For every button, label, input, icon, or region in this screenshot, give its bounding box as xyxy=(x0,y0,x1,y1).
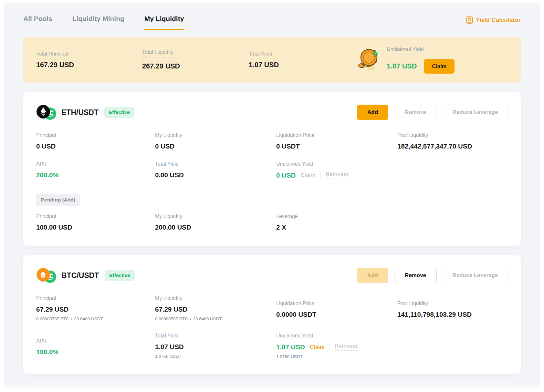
pool-card-btc-usdt: ฿ BTC/USDT Effective Add Remove Reduce L… xyxy=(23,255,521,374)
reinvest-link[interactable]: Reinvest xyxy=(335,343,358,351)
stat-liquidation-price: Liquidation Price 0 USDT xyxy=(276,132,397,150)
yield-calculator-link[interactable]: Yield Calculator xyxy=(466,16,521,24)
pool-card-eth-usdt: ETH/USDT Effective Add Remove Reduce Lev… xyxy=(23,92,521,246)
total-principal-value: 167.29 USD xyxy=(36,61,142,69)
pair-name: BTC/USDT xyxy=(61,271,99,280)
link-divider xyxy=(330,344,330,350)
claim-button[interactable]: Claim xyxy=(424,59,455,74)
remove-button[interactable]: Remove xyxy=(394,268,437,283)
stat-principal: Principal 0 USD xyxy=(36,132,155,150)
stat-my-liquidity: My Liquidity 67.29 USD 0.00080707 BTC + … xyxy=(155,295,276,321)
my-liquidity-breakdown: 0.00080707 BTC + 33.6480 USDT xyxy=(155,316,276,321)
stat-principal: Principal 67.29 USD 0.00080707 BTC + 33.… xyxy=(36,295,155,321)
pending-add-badge: Pending (Add) xyxy=(36,194,80,206)
stat-my-liquidity: My Liquidity 0 USD xyxy=(155,132,276,150)
unclaimed-amount: 1.07 USD xyxy=(276,343,305,351)
pending-my-liquidity: My Liquidity 200.00 USD xyxy=(155,213,276,231)
yield-calculator-label: Yield Calculator xyxy=(476,16,521,24)
principal-breakdown: 0.00080707 BTC + 33.6480 USDT xyxy=(36,316,155,321)
calculator-icon xyxy=(466,16,473,24)
unclaimed-yield-value: 1.07 USD xyxy=(387,62,417,70)
summary-total-liquidity: Total Liquidity 267.29 USD xyxy=(142,49,249,70)
total-yield-usdt: 1.0750 USDT xyxy=(155,354,276,359)
eth-coin-icon xyxy=(36,105,50,119)
summary-unclaimed-yield: Unclaimed Yield 1.07 USD Claim xyxy=(357,46,508,74)
link-divider xyxy=(320,172,321,179)
add-button[interactable]: Add xyxy=(357,105,388,120)
stat-unclaimed-yield: Unclaimed Yield 1.07 USD Claim Reinvest … xyxy=(276,333,397,359)
total-yield-label: Total Yield xyxy=(249,51,357,57)
pool-tabs: All Pools Liquidity Mining My Liquidity … xyxy=(23,3,521,30)
unclaimed-yield-label[interactable]: Unclaimed Yield xyxy=(387,46,424,55)
stat-apr: APR 200.0% xyxy=(36,161,155,179)
tab-liquidity-mining[interactable]: Liquidity Mining xyxy=(72,15,124,30)
summary-total-principal: Total Principal 167.29 USD xyxy=(36,51,142,69)
total-liquidity-value: 267.29 USD xyxy=(142,62,249,70)
stat-pool-liquidity: Pool Liquidity 141,110,798,103.29 USD xyxy=(397,295,508,318)
status-badge: Effective xyxy=(104,107,134,118)
reinvest-link[interactable]: Reinvest xyxy=(326,171,349,179)
tab-all-pools[interactable]: All Pools xyxy=(23,15,52,30)
summary-banner: Total Principal 167.29 USD Total Liquidi… xyxy=(23,37,521,83)
total-yield-value: 1.07 USD xyxy=(249,61,357,69)
pending-leverage: Leverage 2 X xyxy=(276,213,397,231)
stat-apr: APR 100.0% xyxy=(36,333,155,356)
claim-link[interactable]: Claim xyxy=(300,172,315,179)
pending-principal: Principal 100.00 USD xyxy=(36,213,155,231)
add-button[interactable]: Add xyxy=(357,268,388,283)
pair-icons: ฿ xyxy=(36,268,58,283)
tab-my-liquidity[interactable]: My Liquidity xyxy=(144,15,184,30)
status-badge: Effective xyxy=(105,270,135,281)
total-liquidity-label[interactable]: Total Liquidity xyxy=(142,49,173,58)
reduce-leverage-button[interactable]: Reduce Leverage xyxy=(443,105,508,120)
stat-unclaimed-yield: Unclaimed Yield 0 USD Claim Reinvest xyxy=(276,161,397,179)
btc-coin-icon: ฿ xyxy=(36,268,50,282)
pair-icons xyxy=(36,105,58,120)
stat-pool-liquidity: Pool Liquidity 182,442,577,347.70 USD xyxy=(397,132,508,150)
unclaimed-yield-usdt: 1.0750 USDT xyxy=(276,354,397,359)
reduce-leverage-button[interactable]: Reduce Leverage xyxy=(443,268,508,283)
unclaimed-yield-block: Unclaimed Yield 1.07 USD Claim xyxy=(387,46,455,74)
liquidity-page: All Pools Liquidity Mining My Liquidity … xyxy=(4,3,540,387)
stat-total-yield: Total Yield 0.00 USD xyxy=(155,161,276,179)
unclaimed-amount: 0 USD xyxy=(276,171,296,179)
remove-button[interactable]: Remove xyxy=(394,105,437,120)
stat-liquidation-price: Liquidation Price 0.0000 USDT xyxy=(276,295,397,318)
total-principal-label: Total Principal xyxy=(36,51,142,57)
claim-link[interactable]: Claim xyxy=(310,344,325,350)
pair-name: ETH/USDT xyxy=(61,108,99,117)
summary-total-yield: Total Yield 1.07 USD xyxy=(249,51,357,69)
coin-illustration-icon xyxy=(357,48,378,72)
stat-total-yield: Total Yield 1.07 USD 1.0750 USDT xyxy=(155,333,276,359)
